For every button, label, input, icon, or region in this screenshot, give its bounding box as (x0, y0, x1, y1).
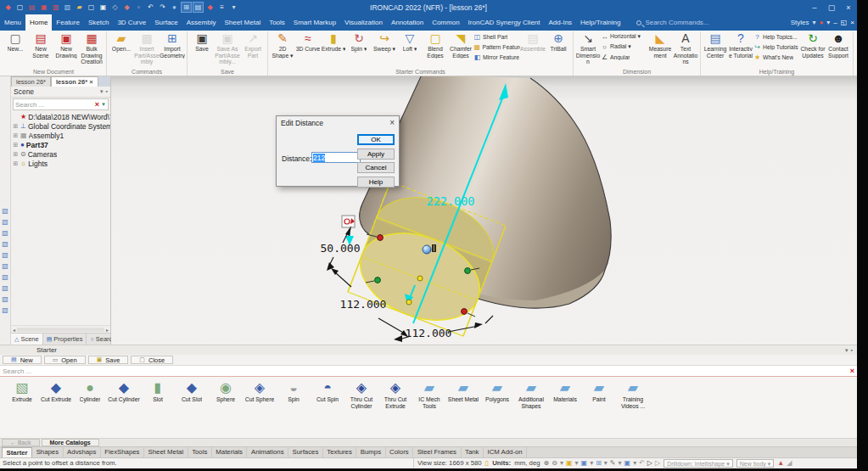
expander-icon[interactable]: ⊞ (13, 132, 19, 139)
quick-access-icon[interactable]: ▣ (39, 3, 48, 12)
dialog-button[interactable]: Cancel (357, 162, 395, 173)
catalog-tab[interactable]: ICM Add-on (484, 447, 527, 457)
catalog-item[interactable]: ▰ Paint (582, 379, 616, 438)
quick-access-icon[interactable]: ● (170, 3, 179, 12)
ribbon-button[interactable]: ◣ Measurement (647, 31, 673, 68)
quick-access-icon[interactable]: ▧ (63, 3, 72, 12)
quick-access-icon[interactable]: ↶ (146, 3, 155, 12)
catalog-item[interactable]: ◈ Thru Cut Cylinder (344, 379, 378, 438)
catalog-tab[interactable]: Colors (386, 447, 414, 457)
document-tab[interactable]: lesson 26*× (51, 76, 98, 87)
status-tool-icon[interactable]: ▾ (560, 459, 563, 467)
status-tool-icon[interactable]: ▷ (647, 459, 652, 467)
view-cube-icon[interactable]: ▧ (2, 205, 8, 216)
status-tool-icon[interactable]: ✎ (610, 459, 616, 467)
ribbon-small-button[interactable]: ★ What's New (753, 52, 800, 62)
view-cube-icon[interactable]: ▧ (2, 272, 8, 283)
ribbon-tab[interactable]: Annotation (387, 14, 428, 31)
expander-icon[interactable]: ⊞ (13, 160, 19, 167)
catalog-item[interactable]: ▰ Training Videos ... (616, 379, 650, 438)
quick-access-icon[interactable]: ◆ (3, 3, 13, 12)
quick-access-icon[interactable]: ▢ (87, 3, 96, 12)
status-tool-icon[interactable]: ▷ (655, 459, 660, 467)
drilldown-dropdown[interactable]: Drilldown: Intellishape ▾ (664, 459, 733, 468)
menubar-right-icon[interactable]: ● (819, 19, 823, 26)
pin-icon[interactable]: ▪ (851, 347, 853, 354)
expander-icon[interactable]: ⊞ (13, 142, 19, 149)
catalog-toolbar-button[interactable]: ▣Save (88, 356, 129, 364)
3d-viewport[interactable]: 222.000 50.000 112.000 (111, 76, 857, 345)
back-button[interactable]: ← Back (2, 439, 40, 446)
collapse-icon[interactable]: ▾ (100, 88, 104, 95)
status-tool-icon[interactable]: ▣ (566, 459, 573, 467)
catalog-toolbar-button[interactable]: ▭Open (44, 356, 86, 364)
catalog-item[interactable]: ▰ Polygons (480, 379, 514, 438)
catalog-tab[interactable]: Surfaces (288, 447, 323, 457)
ribbon-small-button[interactable]: ↪ Help Tutorials (753, 42, 800, 52)
document-tab[interactable]: lesson 26*× (11, 76, 51, 87)
dialog-button[interactable]: Help (357, 177, 395, 188)
window-control-button[interactable]: – (806, 3, 823, 12)
collapse-icon[interactable]: ▾ (845, 347, 848, 354)
ribbon-button[interactable]: ? Help Topics... ↪ Help Tutorials ★ (753, 31, 800, 68)
3d-scene[interactable]: 222.000 50.000 112.000 (111, 76, 857, 345)
menubar-right-icon[interactable]: – (833, 19, 837, 26)
scrollbar-track[interactable] (17, 328, 104, 332)
status-tool-icon[interactable]: ⊕ (544, 459, 550, 467)
view-cube-icon[interactable]: ▧ (2, 250, 8, 261)
quick-access-icon[interactable]: ↷ (158, 3, 167, 12)
ribbon-tab[interactable]: Surface (150, 14, 182, 31)
view-cube-icon[interactable]: ▧ (2, 305, 8, 316)
catalog-toolbar-button[interactable]: ▢Close (131, 356, 173, 364)
clear-search-icon[interactable]: × (850, 367, 854, 375)
tree-item[interactable]: ⊞ ● Part37 (11, 140, 110, 149)
catalog-item[interactable]: ◓ Cut Spin (311, 379, 344, 438)
status-end-icon[interactable]: ▲ (777, 459, 784, 467)
panel-tab[interactable]: ▤Properties (43, 334, 87, 345)
ribbon-button[interactable]: ↗ Export Part (240, 31, 266, 68)
catalog-tab[interactable]: Shapes (32, 447, 63, 457)
catalog-item[interactable]: ▰ Additional Shapes (514, 379, 548, 438)
ribbon-button[interactable]: ↪ Sweep ▾ (372, 31, 397, 68)
quick-access-icon[interactable]: ◆ (205, 3, 215, 12)
scroll-left-icon[interactable]: ◂ (13, 327, 15, 333)
quick-access-icon[interactable]: ▾ (229, 3, 238, 12)
catalog-item[interactable]: ▮ Slot (141, 379, 175, 438)
ribbon-tab[interactable]: Smart Markup (289, 14, 340, 31)
ribbon-button[interactable]: ▣ Save (189, 31, 215, 68)
ribbon-tab[interactable]: Sheet Metal (220, 14, 265, 31)
ribbon-button[interactable]: ? Interactive Tutorial (728, 31, 753, 68)
status-tool-icon[interactable]: ▾ (633, 459, 636, 467)
status-tool-icon[interactable]: ↶ (639, 459, 645, 467)
catalog-item[interactable]: ◆ Cut Slot (175, 379, 209, 438)
status-end-icon[interactable]: ◢ (787, 459, 792, 467)
quick-access-icon[interactable]: ▣ (98, 3, 108, 12)
ribbon-tab[interactable]: Visualization (340, 14, 387, 31)
quick-access-icon[interactable]: ≡ (217, 3, 227, 12)
tree-item[interactable]: ⊞ ☼ Lights (11, 159, 110, 168)
ribbon-small-button[interactable]: ∠ Angular (601, 52, 647, 62)
distance-input[interactable]: 212 (311, 152, 361, 163)
ribbon-tab[interactable]: Sketch (84, 14, 113, 31)
ribbon-button[interactable]: ▤ Assemble (520, 31, 546, 68)
ribbon-button[interactable]: A Text Annotations (673, 31, 698, 68)
catalog-tab[interactable]: Starter (2, 447, 32, 457)
dialog-button[interactable]: OK (357, 134, 395, 145)
catalog-item[interactable]: ◒ Spin (277, 379, 311, 438)
catalog-toolbar-button[interactable]: ▤New (3, 356, 42, 364)
quick-access-icon[interactable]: ▫ (134, 3, 143, 12)
view-cube-icon[interactable]: ▧ (2, 283, 8, 294)
catalog-tab[interactable]: Animations (247, 447, 288, 457)
dialog-title-bar[interactable]: Edit Distance × (277, 116, 399, 129)
close-icon[interactable]: × (89, 78, 92, 86)
window-control-button[interactable]: ▢ (823, 3, 840, 12)
scene-search-input[interactable]: Search ... × ▼ (13, 98, 109, 110)
ribbon-tab[interactable]: Feature (52, 14, 84, 31)
ribbon-button[interactable]: ↘ Smart Dimension (575, 31, 601, 68)
ribbon-small-button[interactable]: ? Help Topics... (753, 31, 800, 42)
view-cube-icon[interactable]: ▧ (2, 227, 8, 238)
ribbon-button[interactable]: ◫ Shell Part ▦ Pattern Feature ◧ (473, 31, 520, 68)
status-tool-icon[interactable]: ▣ (581, 459, 588, 467)
horizontal-scrollbar[interactable]: ◂ ▸ (11, 325, 110, 333)
ribbon-button[interactable]: ▰ Open... (109, 31, 134, 68)
